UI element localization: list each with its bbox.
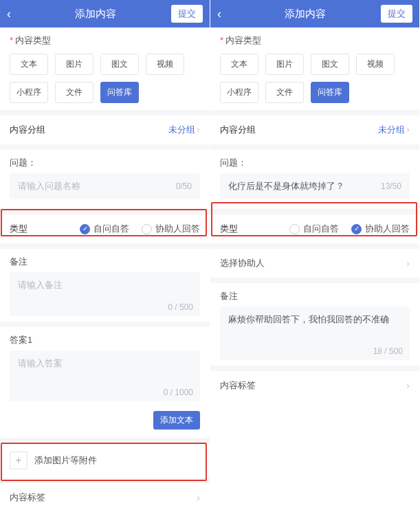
attach-label: 添加图片等附件	[34, 454, 97, 467]
remark-label: 备注	[0, 249, 210, 272]
type-chip-richtext[interactable]: 图文	[311, 54, 349, 75]
content-group-row[interactable]: 内容分组 未分组›	[210, 115, 419, 144]
answer-placeholder: 请输入答案	[18, 358, 63, 368]
type-chip-text[interactable]: 文本	[10, 54, 48, 75]
type-chip-image[interactable]: 图片	[55, 54, 93, 75]
radio-helper-answer[interactable]: 协助人回答	[351, 223, 410, 235]
radio-self-answer[interactable]: 自问自答	[80, 223, 129, 235]
back-icon[interactable]: ‹	[7, 8, 19, 20]
radio-helper-answer[interactable]: 协助人回答	[142, 223, 200, 235]
helper-label: 选择协助人	[220, 257, 265, 269]
content-type-grid: 文本 图片 图文 视频 小程序 文件 问答库	[10, 54, 200, 103]
type-chip-qa[interactable]: 问答库	[100, 82, 139, 103]
screen-right: ‹ 添加内容 提交 内容类型 文本 图片 图文 视频 小程序 文件 问答库 内容…	[210, 0, 420, 512]
radio-self-answer[interactable]: 自问自答	[289, 223, 339, 235]
chevron-right-icon: ›	[406, 258, 410, 269]
tags-row[interactable]: 内容标签 ›	[210, 371, 419, 400]
question-count: 0/50	[176, 181, 192, 191]
type-chip-video[interactable]: 视频	[356, 54, 395, 75]
type-chip-qa[interactable]: 问答库	[311, 82, 349, 103]
chevron-right-icon: ›	[197, 124, 200, 135]
type-chip-image[interactable]: 图片	[265, 54, 304, 75]
content-group-row[interactable]: 内容分组 未分组›	[0, 115, 210, 144]
tags-label: 内容标签	[220, 379, 256, 392]
question-label: 问题：	[210, 150, 419, 173]
content-type-label: 内容类型	[10, 34, 200, 47]
attach-row[interactable]: + 添加图片等附件	[0, 443, 210, 478]
question-input[interactable]: 化疗后是不是身体就垮掉了？ 13/50	[220, 173, 410, 199]
remark-value: 麻烦你帮助回答下，我怕我回答的不准确	[228, 314, 389, 324]
back-icon[interactable]: ‹	[217, 8, 230, 20]
content-type-grid: 文本 图片 图文 视频 小程序 文件 问答库	[220, 54, 410, 103]
qa-type-row: 类型 自问自答 协助人回答	[210, 214, 419, 243]
screen-left: ‹ 添加内容 提交 内容类型 文本 图片 图文 视频 小程序 文件 问答库 内容…	[0, 0, 210, 512]
type-chip-miniapp[interactable]: 小程序	[220, 82, 258, 103]
tags-row[interactable]: 内容标签 ›	[0, 483, 210, 512]
helper-row[interactable]: 选择协助人 ›	[210, 249, 419, 278]
content-type-label: 内容类型	[220, 34, 410, 47]
chevron-right-icon: ›	[406, 380, 410, 391]
content-type-section: 内容类型 文本 图片 图文 视频 小程序 文件 问答库	[0, 27, 210, 110]
type-chip-file[interactable]: 文件	[265, 82, 304, 103]
chevron-right-icon: ›	[197, 492, 200, 503]
remark-input[interactable]: 请输入备注 0 / 500	[10, 272, 200, 316]
qa-type-label: 类型	[10, 223, 27, 235]
type-chip-richtext[interactable]: 图文	[100, 54, 139, 75]
group-label: 内容分组	[10, 124, 45, 136]
header: ‹ 添加内容 提交	[210, 0, 419, 27]
submit-button[interactable]: 提交	[381, 5, 412, 23]
add-text-button[interactable]: 添加文本	[153, 411, 200, 430]
type-chip-miniapp[interactable]: 小程序	[10, 82, 48, 103]
plus-icon[interactable]: +	[10, 452, 27, 469]
type-chip-video[interactable]: 视频	[146, 54, 184, 75]
question-value: 化疗后是不是身体就垮掉了？	[228, 180, 344, 192]
group-value: 未分组	[168, 124, 195, 135]
tags-label: 内容标签	[10, 491, 45, 504]
type-chip-text[interactable]: 文本	[220, 54, 258, 75]
question-placeholder: 请输入问题名称	[18, 180, 80, 192]
chevron-right-icon: ›	[406, 124, 410, 135]
remark-placeholder: 请输入备注	[18, 280, 63, 290]
answer-label: 答案1	[0, 327, 210, 350]
content-type-section: 内容类型 文本 图片 图文 视频 小程序 文件 问答库	[210, 27, 419, 110]
group-value: 未分组	[378, 124, 405, 135]
header: ‹ 添加内容 提交	[0, 0, 210, 27]
answer-count: 0 / 1000	[164, 388, 193, 397]
group-label: 内容分组	[220, 124, 256, 136]
qa-type-label: 类型	[220, 223, 238, 235]
answer-input[interactable]: 请输入答案 0 / 1000	[10, 350, 200, 401]
question-input[interactable]: 请输入问题名称 0/50	[10, 173, 200, 199]
page-title: 添加内容	[230, 8, 381, 21]
remark-count: 0 / 500	[168, 302, 193, 312]
question-label: 问题：	[0, 150, 210, 173]
submit-button[interactable]: 提交	[171, 5, 203, 23]
remark-count: 18 / 500	[373, 346, 403, 356]
page-title: 添加内容	[19, 8, 171, 21]
question-count: 13/50	[381, 181, 401, 191]
qa-type-row: 类型 自问自答 协助人回答	[0, 214, 210, 243]
remark-input[interactable]: 麻烦你帮助回答下，我怕我回答的不准确 18 / 500	[220, 307, 410, 360]
remark-label: 备注	[210, 283, 419, 307]
type-chip-file[interactable]: 文件	[55, 82, 93, 103]
